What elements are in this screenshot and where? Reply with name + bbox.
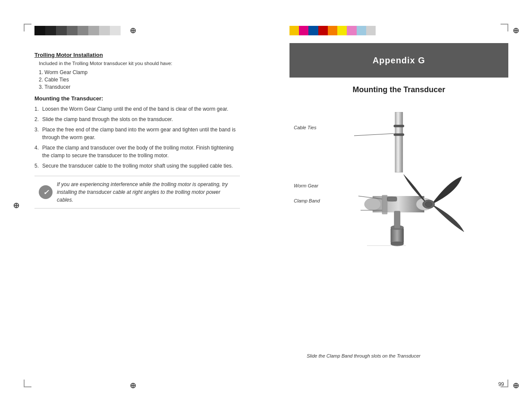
svg-rect-8: [382, 195, 387, 214]
left-page: ⊕ ⊕ ⊕ Trolling Motor Installation Includ…: [0, 0, 266, 411]
left-content: Trolling Motor Installation Included in …: [34, 52, 240, 209]
kit-item-2: Cable Ties: [39, 77, 240, 83]
swatch-8: [110, 26, 121, 35]
crosshair-right-top: ⊕: [513, 26, 519, 35]
kit-item-1: Worm Gear Clamp: [39, 69, 240, 75]
svg-rect-2: [394, 134, 404, 136]
svg-rect-0: [395, 112, 403, 172]
corner-mark-bl: [24, 380, 31, 387]
corner-mark-tr: [501, 24, 508, 31]
svg-point-6: [364, 198, 381, 210]
page-number: 99: [498, 381, 504, 387]
swatch-1: [34, 26, 45, 35]
appendix-label: Appendix G: [373, 56, 425, 65]
swatch-r7: [347, 26, 356, 35]
crosshair-top: ⊕: [130, 26, 136, 35]
kit-item-3: Transducer: [39, 84, 240, 90]
appendix-header: Appendix G: [289, 43, 508, 78]
corner-mark-tl: [24, 24, 31, 31]
svg-rect-1: [394, 125, 404, 127]
diagram-caption: Slide the Clamp Band through slots on th…: [307, 353, 420, 359]
transducer-illustration: [315, 112, 508, 333]
note-box: ✓ If you are experiencing interference w…: [34, 176, 240, 209]
swatch-2: [45, 26, 56, 35]
step-5: 5.Secure the transducer cable to the tro…: [34, 162, 240, 170]
step-2: 2.Slide the clamp band through the slots…: [34, 115, 240, 123]
swatch-4: [67, 26, 78, 35]
swatch-6: [88, 26, 99, 35]
swatch-r6: [337, 26, 347, 35]
swatch-r3: [308, 26, 318, 35]
mounting-title: Mounting the Transducer: [289, 85, 508, 94]
crosshair-left: ⊕: [13, 201, 19, 210]
svg-rect-18: [394, 211, 400, 228]
section-title: Trolling Motor Installation: [34, 52, 240, 58]
label-worm-gear: Worm Gear: [294, 183, 318, 188]
note-icon: ✓: [39, 185, 53, 199]
swatch-r1: [289, 26, 299, 35]
note-text: If you are experiencing interference whi…: [57, 181, 235, 204]
swatch-3: [56, 26, 67, 35]
svg-point-14: [425, 202, 432, 207]
right-page: ⊕ ⊕ Appendix G Mounting the Transducer C…: [266, 0, 532, 411]
kit-items-list: Worm Gear Clamp Cable Ties Transducer: [39, 69, 240, 90]
step-3: 3.Place the free end of the clamp band i…: [34, 126, 240, 141]
swatch-r5: [328, 26, 337, 35]
svg-point-17: [391, 242, 404, 246]
swatch-r9: [366, 26, 376, 35]
label-cable-ties: Cable Ties: [294, 125, 316, 130]
swatch-5: [78, 26, 88, 35]
swatch-7: [99, 26, 110, 35]
crosshair-bottom: ⊕: [130, 381, 136, 390]
swatch-r4: [318, 26, 328, 35]
swatch-r8: [357, 26, 366, 35]
swatch-r2: [299, 26, 308, 35]
steps-list: 1.Loosen the Worm Gear Clamp until the e…: [34, 105, 240, 170]
svg-point-10: [387, 197, 397, 201]
crosshair-right-bottom: ⊕: [513, 381, 519, 390]
step-4: 4.Place the clamp and transducer over th…: [34, 144, 240, 159]
color-strip-right: [289, 26, 376, 35]
subsection-title: Mounting the Transducer:: [34, 95, 240, 102]
svg-line-3: [354, 134, 394, 136]
color-strip-left: [34, 26, 121, 35]
svg-rect-15: [391, 227, 404, 244]
intro-text: Included in the Trolling Motor transduce…: [39, 61, 240, 66]
step-1: 1.Loosen the Worm Gear Clamp until the e…: [34, 105, 240, 113]
diagram-area: Cable Ties Worm Gear Clamp Band: [289, 103, 508, 359]
